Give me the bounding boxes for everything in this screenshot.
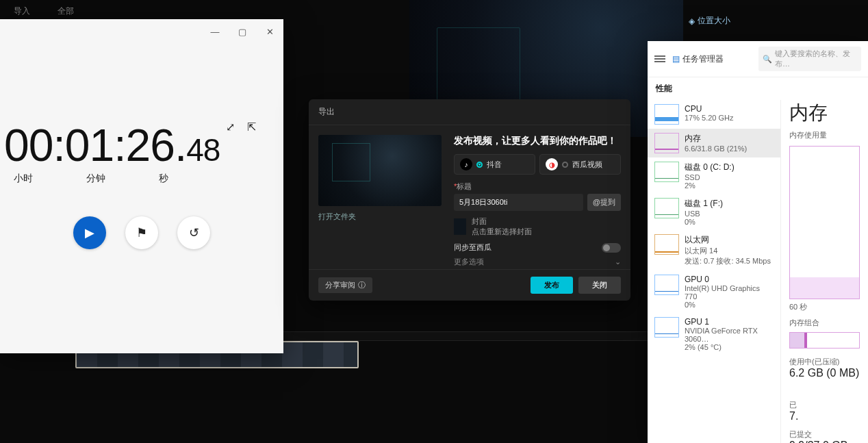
cpu-sparkline xyxy=(654,104,679,125)
radio-icon xyxy=(562,162,568,168)
play-button[interactable]: ▶ xyxy=(73,216,106,249)
perf-item-gpu0[interactable]: GPU 0 Intel(R) UHD Graphics 770 0% xyxy=(648,270,780,313)
search-input[interactable]: 🔍 键入要搜索的名称、发布… xyxy=(758,47,861,71)
expand-icon[interactable]: ⤢ xyxy=(226,121,235,134)
ethernet-sparkline xyxy=(654,234,679,255)
sixty-sec-label: 60 秒 xyxy=(789,302,860,312)
hour-label: 小时 xyxy=(14,173,33,185)
publish-title: 发布视频，让更多人看到你的作品吧！ xyxy=(454,135,621,147)
xigua-icon: ◑ xyxy=(546,158,558,170)
stopwatch-window: — ▢ ✕ ⤢ ⇱ 00:01:26.48 小时 分钟 秒 ▶ ⚑ ↺ xyxy=(0,19,283,353)
pin-icon[interactable]: ⇱ xyxy=(247,121,256,134)
more-options-label[interactable]: 更多选项 xyxy=(454,257,484,267)
minimize-button[interactable]: — xyxy=(201,19,229,44)
performance-sidebar: CPU 17% 5.20 GHz 内存 6.6/31.8 GB (21%) 磁盘… xyxy=(648,100,781,443)
perf-item-ethernet[interactable]: 以太网 以太网 14 发送: 0.7 接收: 34.5 Mbps xyxy=(648,230,780,270)
task-manager-window: ▤ 任务管理器 🔍 键入要搜索的名称、发布… 性能 CPU 17% 5.20 G… xyxy=(648,41,868,443)
cover-label: 封面 xyxy=(472,216,532,227)
editor-tab-all[interactable]: 全部 xyxy=(52,3,79,20)
title-input[interactable]: 5月18日3060ti xyxy=(454,194,583,211)
sync-xigua-label: 同步至西瓜 xyxy=(454,242,492,253)
editor-tab-import[interactable]: 导入 xyxy=(8,3,36,20)
search-icon: 🔍 xyxy=(763,55,772,64)
stat-commit-label: 已提交 xyxy=(789,429,847,440)
title-field-label: *标题 xyxy=(454,181,621,192)
lap-button[interactable]: ⚑ xyxy=(125,216,158,249)
location-icon: ◈ xyxy=(689,16,695,26)
gpu-sparkline xyxy=(654,275,679,295)
disk-sparkline xyxy=(654,198,679,218)
disk-sparkline xyxy=(654,162,679,182)
publish-button[interactable]: 发布 xyxy=(531,277,573,294)
export-dialog: 导出 打开文件夹 发布视频，让更多人看到你的作品吧！ ♪ 抖音 ◑ 西瓜视频 xyxy=(309,99,630,301)
memory-sparkline xyxy=(654,133,679,153)
perf-item-memory[interactable]: 内存 6.6/31.8 GB (21%) xyxy=(648,129,780,157)
info-icon: ⓘ xyxy=(358,280,366,290)
taskmgr-icon: ▤ xyxy=(672,54,680,64)
performance-tab[interactable]: 性能 xyxy=(648,77,868,100)
perf-item-cpu[interactable]: CPU 17% 5.20 GHz xyxy=(648,100,780,129)
share-review-button[interactable]: 分享审阅 ⓘ xyxy=(318,277,372,293)
cover-thumb[interactable] xyxy=(454,218,466,235)
right-panel-title: ◈ 位置大小 xyxy=(689,15,867,27)
open-folder-link[interactable]: 打开文件夹 xyxy=(318,212,442,222)
memory-composition-label: 内存组合 xyxy=(789,318,860,328)
chevron-down-icon[interactable]: ⌄ xyxy=(615,257,621,266)
maximize-button[interactable]: ▢ xyxy=(229,19,256,44)
memory-heading: 内存 xyxy=(789,100,860,126)
export-thumbnail xyxy=(318,135,442,206)
memory-composition-bar xyxy=(789,332,860,349)
platform-xigua[interactable]: ◑ 西瓜视频 xyxy=(539,154,621,175)
export-header: 导出 xyxy=(309,99,630,125)
gpu-sparkline xyxy=(654,317,679,338)
performance-detail: 内存 内存使用量 60 秒 内存组合 使用中(已压缩) 6.2 GB (0 MB… xyxy=(781,100,868,443)
mention-button[interactable]: @提到 xyxy=(587,194,621,211)
close-button[interactable]: ✕ xyxy=(256,19,283,44)
sync-toggle[interactable] xyxy=(602,243,621,253)
second-label: 秒 xyxy=(159,173,168,185)
hamburger-icon[interactable] xyxy=(654,55,665,62)
memory-usage-graph xyxy=(789,146,860,299)
memory-usage-label: 内存使用量 xyxy=(789,130,860,140)
perf-item-disk1[interactable]: 磁盘 1 (F:) USB 0% xyxy=(648,194,780,230)
stat-commit-value: 9.9/37.0 GB xyxy=(789,440,847,443)
task-manager-title: ▤ 任务管理器 xyxy=(672,53,724,65)
close-button[interactable]: 关闭 xyxy=(578,277,621,294)
douyin-icon: ♪ xyxy=(460,158,472,170)
reset-button[interactable]: ↺ xyxy=(177,216,210,249)
stat-x-value: 7. xyxy=(789,410,798,422)
minute-label: 分钟 xyxy=(86,173,105,185)
stat-used-value: 6.2 GB (0 MB) xyxy=(789,367,859,379)
perf-item-disk0[interactable]: 磁盘 0 (C: D:) SSD 2% xyxy=(648,157,780,194)
radio-icon xyxy=(476,162,483,168)
stat-x-label: 已 xyxy=(789,400,798,410)
platform-douyin[interactable]: ♪ 抖音 xyxy=(454,154,535,175)
cover-hint[interactable]: 点击重新选择封面 xyxy=(472,227,532,237)
stat-used-label: 使用中(已压缩) xyxy=(789,357,859,367)
perf-item-gpu1[interactable]: GPU 1 NVIDIA GeForce RTX 3060… 2% (45 °C… xyxy=(648,313,780,355)
